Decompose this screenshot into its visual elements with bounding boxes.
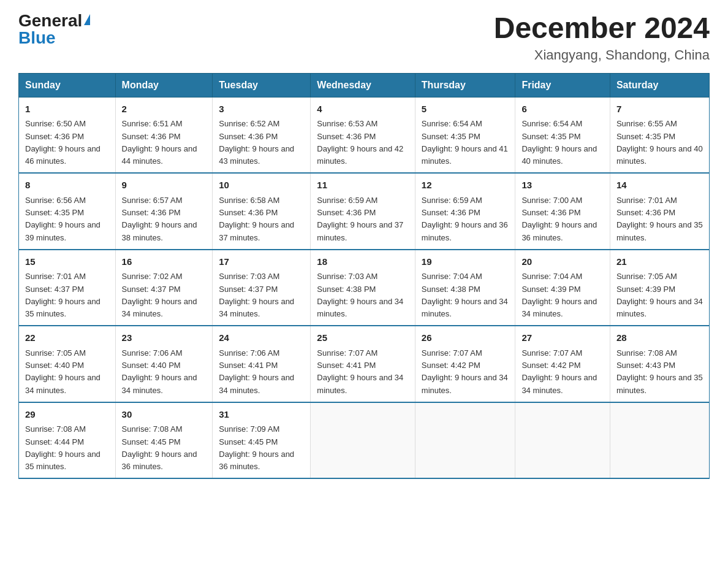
- day-number: 1: [25, 102, 109, 117]
- day-number: 7: [616, 102, 703, 117]
- day-info: Sunrise: 7:05 AMSunset: 4:39 PMDaylight:…: [616, 272, 703, 318]
- calendar-day-cell: 7Sunrise: 6:55 AMSunset: 4:35 PMDaylight…: [610, 97, 709, 173]
- calendar-day-cell: 20Sunrise: 7:04 AMSunset: 4:39 PMDayligh…: [515, 250, 610, 326]
- logo-general-text: General: [18, 12, 82, 29]
- calendar-day-cell: 10Sunrise: 6:58 AMSunset: 4:36 PMDayligh…: [213, 173, 311, 250]
- calendar-day-cell: 9Sunrise: 6:57 AMSunset: 4:36 PMDaylight…: [115, 173, 213, 250]
- day-number: 21: [616, 255, 703, 269]
- calendar-day-cell: 24Sunrise: 7:06 AMSunset: 4:41 PMDayligh…: [213, 326, 311, 402]
- day-number: 6: [521, 102, 604, 117]
- day-info: Sunrise: 6:57 AMSunset: 4:36 PMDaylight:…: [122, 196, 197, 242]
- calendar-day-cell: 29Sunrise: 7:08 AMSunset: 4:44 PMDayligh…: [19, 402, 116, 479]
- day-info: Sunrise: 6:51 AMSunset: 4:36 PMDaylight:…: [122, 119, 197, 166]
- day-number: 19: [422, 255, 509, 269]
- day-info: Sunrise: 6:59 AMSunset: 4:36 PMDaylight:…: [422, 196, 508, 242]
- day-number: 11: [317, 178, 409, 193]
- day-number: 27: [521, 331, 604, 345]
- day-number: 31: [219, 408, 304, 422]
- day-number: 2: [122, 102, 207, 117]
- day-info: Sunrise: 6:54 AMSunset: 4:35 PMDaylight:…: [422, 119, 508, 166]
- day-info: Sunrise: 7:03 AMSunset: 4:38 PMDaylight:…: [317, 272, 403, 318]
- day-number: 5: [422, 102, 509, 117]
- calendar-day-cell: 17Sunrise: 7:03 AMSunset: 4:37 PMDayligh…: [213, 250, 311, 326]
- weekday-header-wednesday: Wednesday: [311, 73, 415, 97]
- day-info: Sunrise: 6:52 AMSunset: 4:36 PMDaylight:…: [219, 119, 294, 166]
- day-number: 12: [422, 178, 509, 193]
- calendar-table: SundayMondayTuesdayWednesdayThursdayFrid…: [18, 73, 710, 480]
- calendar-week-row: 22Sunrise: 7:05 AMSunset: 4:40 PMDayligh…: [19, 326, 710, 402]
- day-info: Sunrise: 7:02 AMSunset: 4:37 PMDaylight:…: [122, 272, 197, 318]
- weekday-header-row: SundayMondayTuesdayWednesdayThursdayFrid…: [19, 73, 710, 97]
- calendar-day-cell: 25Sunrise: 7:07 AMSunset: 4:41 PMDayligh…: [311, 326, 415, 402]
- day-number: 18: [317, 255, 409, 269]
- calendar-day-cell: 13Sunrise: 7:00 AMSunset: 4:36 PMDayligh…: [515, 173, 610, 250]
- day-number: 30: [122, 408, 207, 422]
- day-number: 29: [25, 408, 109, 422]
- day-info: Sunrise: 7:06 AMSunset: 4:41 PMDaylight:…: [219, 348, 294, 395]
- weekday-header-thursday: Thursday: [415, 73, 515, 97]
- calendar-day-cell: 18Sunrise: 7:03 AMSunset: 4:38 PMDayligh…: [311, 250, 415, 326]
- day-info: Sunrise: 6:50 AMSunset: 4:36 PMDaylight:…: [25, 119, 100, 166]
- day-info: Sunrise: 6:55 AMSunset: 4:35 PMDaylight:…: [616, 119, 703, 166]
- day-info: Sunrise: 7:04 AMSunset: 4:38 PMDaylight:…: [422, 272, 508, 318]
- day-number: 4: [317, 102, 409, 117]
- day-info: Sunrise: 7:00 AMSunset: 4:36 PMDaylight:…: [521, 196, 597, 242]
- header: General Blue December 2024 Xiangyang, Sh…: [18, 12, 710, 63]
- day-info: Sunrise: 6:58 AMSunset: 4:36 PMDaylight:…: [219, 196, 294, 242]
- calendar-day-cell: 31Sunrise: 7:09 AMSunset: 4:45 PMDayligh…: [213, 402, 311, 479]
- day-info: Sunrise: 7:06 AMSunset: 4:40 PMDaylight:…: [122, 348, 197, 395]
- calendar-day-cell: 15Sunrise: 7:01 AMSunset: 4:37 PMDayligh…: [19, 250, 116, 326]
- day-number: 22: [25, 331, 109, 345]
- calendar-day-cell: 28Sunrise: 7:08 AMSunset: 4:43 PMDayligh…: [610, 326, 709, 402]
- weekday-header-tuesday: Tuesday: [213, 73, 311, 97]
- month-year-title: December 2024: [494, 12, 710, 45]
- calendar-day-cell: 27Sunrise: 7:07 AMSunset: 4:42 PMDayligh…: [515, 326, 610, 402]
- day-info: Sunrise: 7:01 AMSunset: 4:37 PMDaylight:…: [25, 272, 100, 318]
- day-info: Sunrise: 6:54 AMSunset: 4:35 PMDaylight:…: [521, 119, 597, 166]
- calendar-day-cell: [415, 402, 515, 479]
- day-info: Sunrise: 7:07 AMSunset: 4:42 PMDaylight:…: [422, 348, 508, 395]
- day-number: 16: [122, 255, 207, 269]
- day-number: 10: [219, 178, 304, 193]
- calendar-day-cell: 3Sunrise: 6:52 AMSunset: 4:36 PMDaylight…: [213, 97, 311, 173]
- day-number: 23: [122, 331, 207, 345]
- calendar-day-cell: 21Sunrise: 7:05 AMSunset: 4:39 PMDayligh…: [610, 250, 709, 326]
- calendar-day-cell: 16Sunrise: 7:02 AMSunset: 4:37 PMDayligh…: [115, 250, 213, 326]
- calendar-day-cell: 2Sunrise: 6:51 AMSunset: 4:36 PMDaylight…: [115, 97, 213, 173]
- calendar-day-cell: 1Sunrise: 6:50 AMSunset: 4:36 PMDaylight…: [19, 97, 116, 173]
- calendar-week-row: 15Sunrise: 7:01 AMSunset: 4:37 PMDayligh…: [19, 250, 710, 326]
- calendar-day-cell: [311, 402, 415, 479]
- calendar-day-cell: 11Sunrise: 6:59 AMSunset: 4:36 PMDayligh…: [311, 173, 415, 250]
- day-info: Sunrise: 7:05 AMSunset: 4:40 PMDaylight:…: [25, 348, 100, 395]
- logo-triangle-icon: [84, 14, 90, 25]
- day-number: 17: [219, 255, 304, 269]
- calendar-day-cell: 30Sunrise: 7:08 AMSunset: 4:45 PMDayligh…: [115, 402, 213, 479]
- day-number: 28: [616, 331, 703, 345]
- calendar-day-cell: 6Sunrise: 6:54 AMSunset: 4:35 PMDaylight…: [515, 97, 610, 173]
- weekday-header-friday: Friday: [515, 73, 610, 97]
- calendar-day-cell: 12Sunrise: 6:59 AMSunset: 4:36 PMDayligh…: [415, 173, 515, 250]
- day-number: 9: [122, 178, 207, 193]
- logo-blue-text: Blue: [18, 29, 56, 47]
- day-info: Sunrise: 6:56 AMSunset: 4:35 PMDaylight:…: [25, 196, 100, 242]
- day-info: Sunrise: 7:03 AMSunset: 4:37 PMDaylight:…: [219, 272, 294, 318]
- calendar-week-row: 1Sunrise: 6:50 AMSunset: 4:36 PMDaylight…: [19, 97, 710, 173]
- day-number: 26: [422, 331, 509, 345]
- day-number: 15: [25, 255, 109, 269]
- calendar-day-cell: [610, 402, 709, 479]
- day-number: 20: [521, 255, 604, 269]
- day-info: Sunrise: 7:01 AMSunset: 4:36 PMDaylight:…: [616, 196, 703, 242]
- day-info: Sunrise: 7:08 AMSunset: 4:43 PMDaylight:…: [616, 348, 703, 395]
- calendar-day-cell: 23Sunrise: 7:06 AMSunset: 4:40 PMDayligh…: [115, 326, 213, 402]
- day-info: Sunrise: 6:59 AMSunset: 4:36 PMDaylight:…: [317, 196, 403, 242]
- calendar-day-cell: [515, 402, 610, 479]
- calendar-week-row: 8Sunrise: 6:56 AMSunset: 4:35 PMDaylight…: [19, 173, 710, 250]
- calendar-day-cell: 19Sunrise: 7:04 AMSunset: 4:38 PMDayligh…: [415, 250, 515, 326]
- day-number: 13: [521, 178, 604, 193]
- day-number: 24: [219, 331, 304, 345]
- calendar-day-cell: 22Sunrise: 7:05 AMSunset: 4:40 PMDayligh…: [19, 326, 116, 402]
- calendar-day-cell: 8Sunrise: 6:56 AMSunset: 4:35 PMDaylight…: [19, 173, 116, 250]
- calendar-week-row: 29Sunrise: 7:08 AMSunset: 4:44 PMDayligh…: [19, 402, 710, 479]
- day-info: Sunrise: 7:08 AMSunset: 4:44 PMDaylight:…: [25, 424, 100, 471]
- calendar-day-cell: 5Sunrise: 6:54 AMSunset: 4:35 PMDaylight…: [415, 97, 515, 173]
